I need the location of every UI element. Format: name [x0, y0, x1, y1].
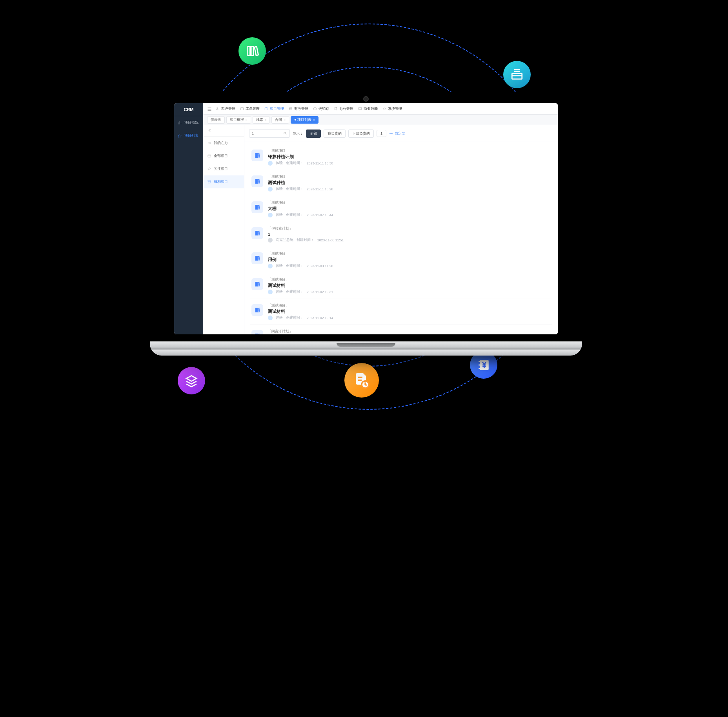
project-owner: 体验: [276, 316, 283, 320]
project-tag: 「阿富汗计划」: [268, 329, 551, 334]
laptop-frame: CRM 项目概况 项目列表: [160, 92, 572, 356]
laptop-base: [150, 341, 582, 356]
crumb-overview[interactable]: 项目概况×: [226, 116, 251, 124]
svg-point-8: [208, 142, 211, 144]
svg-rect-4: [241, 108, 244, 110]
crumb-dashboard[interactable]: 仪表盘: [207, 116, 225, 124]
created-time: 2023-11-02 19:14: [307, 316, 333, 320]
close-icon[interactable]: ×: [284, 118, 286, 122]
project-list: 「测试项目」绿萝种植计划体验创建时间：2023-11-11 15:30「测试项目…: [244, 142, 558, 334]
project-card[interactable]: 「测试项目」测试种植体验创建时间：2023-11-11 15:28: [250, 170, 552, 196]
created-label: 创建时间：: [286, 213, 304, 217]
close-icon[interactable]: ×: [265, 118, 267, 122]
project-card[interactable]: 「测试项目」测试材料体验创建时间：2023-11-02 19:14: [250, 299, 552, 325]
avatar: [268, 238, 273, 243]
project-card[interactable]: 「伊拉克计划」1乌克兰总统创建时间：2023-11-03 11:51: [250, 222, 552, 247]
menu-workorders[interactable]: 工单管理: [240, 106, 260, 111]
close-icon[interactable]: ×: [313, 118, 315, 122]
project-owner: 体验: [276, 264, 283, 268]
search-icon: [283, 131, 287, 135]
project-meta: 体验创建时间：2023-11-03 11:20: [268, 264, 551, 268]
svg-point-9: [209, 143, 210, 144]
project-title: 大棚: [268, 206, 551, 212]
crumb-project-list[interactable]: ● 项目列表×: [291, 116, 318, 124]
books-icon: [251, 278, 263, 290]
badge-inbox-icon: [503, 61, 531, 88]
menu-system[interactable]: 系统管理: [382, 106, 402, 111]
svg-point-13: [391, 133, 392, 134]
project-title: 测试材料: [268, 283, 551, 288]
menu-office[interactable]: 办公管理: [334, 106, 353, 111]
project-card[interactable]: 「测试项目」绿萝种植计划体验创建时间：2023-11-11 15:30: [250, 144, 552, 170]
books-icon: [251, 150, 263, 161]
menu-customers[interactable]: 客户管理: [216, 106, 235, 111]
bar-chart-icon: [177, 120, 182, 125]
project-owner: 体验: [276, 290, 283, 294]
created-time: 2023-11-02 19:31: [307, 290, 333, 294]
menu-inventory[interactable]: 进销存: [313, 106, 329, 111]
project-owner: 乌克兰总统: [276, 238, 293, 243]
project-card[interactable]: 「测试项目」用例体验创建时间：2023-11-03 11:20: [250, 247, 552, 273]
avatar: [268, 290, 273, 294]
created-label: 创建时间：: [286, 290, 304, 294]
badge-layers-icon: [178, 367, 205, 394]
menu-bi[interactable]: 商业智能: [358, 106, 378, 111]
project-card[interactable]: 「阿富汗计划」测试材料: [250, 325, 552, 334]
svg-point-12: [284, 132, 286, 134]
gear-icon: [389, 131, 393, 135]
svg-point-3: [217, 108, 218, 109]
badge-file-clock-icon: [344, 363, 379, 398]
avatar: [268, 264, 273, 268]
svg-rect-7: [359, 108, 362, 110]
created-time: 2023-11-07 15:44: [307, 213, 333, 217]
sidebar-starred[interactable]: 关注项目: [203, 162, 244, 175]
created-time: 2023-11-11 15:30: [307, 161, 333, 165]
project-title: 用例: [268, 257, 551, 263]
menu-icon[interactable]: [207, 107, 211, 111]
project-card[interactable]: 「测试项目」测试材料体验创建时间：2023-11-02 19:31: [250, 273, 552, 299]
project-card[interactable]: 「测试项目」大棚体验创建时间：2023-11-07 15:44: [250, 196, 552, 222]
crumb-leads[interactable]: 线索×: [253, 116, 270, 124]
created-label: 创建时间：: [286, 264, 304, 268]
project-tag: 「伊拉克计划」: [268, 226, 551, 231]
close-icon[interactable]: ×: [246, 118, 248, 122]
filter-sub[interactable]: 下属负责的: [348, 130, 374, 138]
svg-rect-11: [208, 181, 211, 181]
project-owner: 体验: [276, 161, 283, 166]
created-time: 2023-11-11 15:28: [307, 187, 333, 191]
filter-all[interactable]: 全部: [306, 130, 321, 138]
collapse-toggle[interactable]: [203, 125, 244, 137]
project-meta: 体验创建时间：2023-11-11 15:30: [268, 161, 551, 166]
menu-finance[interactable]: 财务管理: [289, 106, 308, 111]
sidebar-all-projects[interactable]: 全部项目: [203, 150, 244, 162]
project-title: 绿萝种植计划: [268, 154, 551, 160]
filter-mine[interactable]: 我负责的: [324, 130, 346, 138]
project-meta: 乌克兰总统创建时间：2023-11-03 11:51: [268, 238, 551, 243]
crumb-contracts[interactable]: 合同×: [271, 116, 289, 124]
avatar: [268, 316, 273, 320]
created-label: 创建时间：: [286, 161, 304, 166]
project-meta: 体验创建时间：2023-11-02 19:31: [268, 290, 551, 294]
books-icon: [251, 252, 263, 264]
created-label: 创建时间：: [297, 238, 314, 243]
filter-custom[interactable]: 自定义: [389, 131, 405, 136]
created-time: 2023-11-03 11:51: [317, 238, 344, 242]
rail-item-list[interactable]: 项目列表: [174, 129, 203, 142]
svg-rect-10: [208, 155, 211, 157]
filter-count[interactable]: 1: [377, 130, 386, 137]
project-tag: 「测试项目」: [268, 201, 551, 205]
filter-label: 显示：: [293, 131, 303, 136]
breadcrumb-tabs: 仪表盘 项目概况× 线索× 合同× ● 项目列表×: [203, 115, 558, 125]
books-icon: [251, 201, 263, 213]
project-owner: 体验: [276, 187, 283, 192]
sidebar-my-tasks[interactable]: 我的在办: [203, 137, 244, 150]
rail-item-overview[interactable]: 项目概况: [174, 116, 203, 129]
project-owner: 体验: [276, 213, 283, 217]
brand: CRM: [174, 103, 203, 116]
menu-projects[interactable]: 项目管理: [264, 106, 284, 111]
sidebar-archived[interactable]: 归档项目: [203, 175, 244, 188]
avatar: [268, 213, 273, 217]
project-title: 测试种植: [268, 180, 551, 186]
search-input[interactable]: 1: [249, 129, 290, 138]
rail-item-label: 项目列表: [184, 133, 198, 138]
